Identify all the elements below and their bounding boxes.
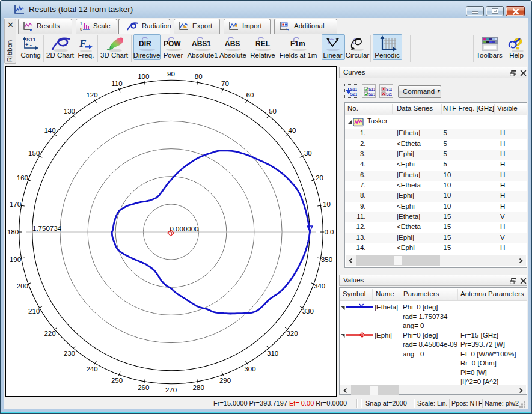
svg-text:0: 0: [80, 27, 82, 31]
svg-text:50: 50: [269, 108, 277, 115]
svg-text:0.000000: 0.000000: [170, 225, 198, 233]
svg-text:210: 210: [28, 308, 40, 315]
svg-text:190: 190: [9, 256, 20, 263]
svg-text:20: 20: [316, 174, 323, 181]
svg-text:270: 270: [165, 386, 176, 394]
svg-text:S11: S11: [386, 87, 392, 91]
svg-text:350: 350: [320, 256, 332, 263]
svg-text:100: 100: [138, 73, 149, 80]
svg-text:110: 110: [111, 80, 122, 87]
svg-text:30: 30: [304, 150, 311, 157]
svg-text:10: 10: [323, 201, 331, 208]
svg-text:60: 60: [246, 91, 254, 99]
svg-text:DIR: DIR: [139, 40, 151, 48]
svg-text:+ -: + -: [25, 42, 32, 48]
svg-text:80: 80: [194, 73, 202, 80]
svg-text:300: 300: [244, 365, 255, 373]
svg-text:150: 150: [28, 150, 40, 157]
svg-text:170: 170: [9, 201, 20, 208]
svg-text:230: 230: [63, 350, 75, 357]
svg-text:?: ?: [513, 35, 523, 53]
svg-text:S11: S11: [350, 87, 358, 91]
svg-text:250: 250: [111, 377, 122, 384]
svg-text:340: 340: [314, 282, 325, 290]
svg-text:REL: REL: [255, 40, 270, 48]
svg-text:F1m: F1m: [290, 40, 305, 48]
svg-text:S21: S21: [386, 92, 392, 96]
svg-text:ABS: ABS: [225, 40, 240, 48]
svg-text:180: 180: [7, 228, 18, 236]
svg-text:290: 290: [219, 377, 230, 384]
svg-text:220: 220: [44, 330, 55, 337]
svg-text:260: 260: [138, 384, 149, 391]
svg-text:90: 90: [167, 70, 175, 78]
svg-text:1.750734: 1.750734: [32, 225, 62, 232]
svg-text:S21: S21: [350, 92, 358, 96]
svg-text:POW: POW: [164, 40, 181, 48]
svg-text:1: 1: [80, 22, 82, 26]
svg-text:ABS1: ABS1: [192, 40, 211, 48]
svg-text:310: 310: [267, 350, 278, 357]
svg-text:70: 70: [221, 80, 229, 87]
svg-text:160: 160: [16, 174, 28, 181]
svg-text:200: 200: [16, 282, 28, 290]
svg-text:240: 240: [86, 365, 97, 373]
svg-text:40: 40: [288, 127, 296, 134]
svg-text:320: 320: [286, 330, 298, 337]
svg-text:130: 130: [63, 108, 75, 115]
svg-text:280: 280: [192, 384, 204, 391]
svg-text:S21: S21: [368, 92, 375, 96]
svg-text:120: 120: [86, 91, 97, 99]
svg-text:330: 330: [302, 308, 313, 315]
svg-text:S11: S11: [368, 87, 375, 91]
svg-text:140: 140: [44, 127, 55, 134]
svg-text:0.0: 0.0: [324, 228, 334, 236]
